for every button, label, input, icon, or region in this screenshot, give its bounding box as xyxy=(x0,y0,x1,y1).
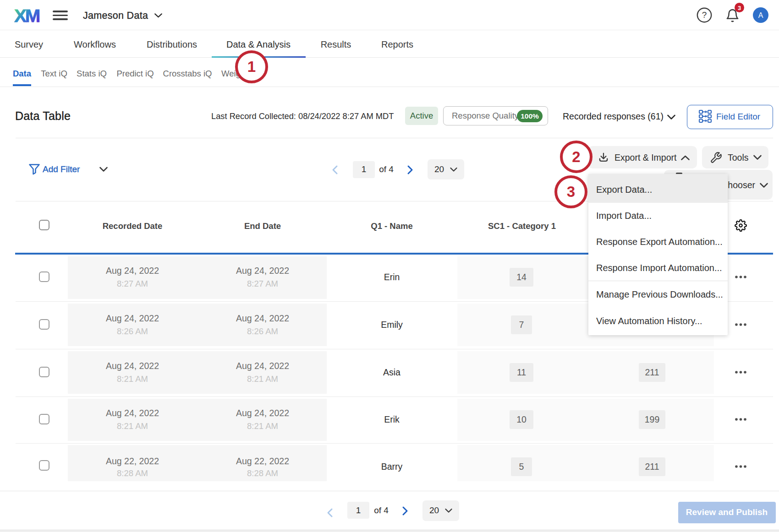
svg-text:XM: XM xyxy=(14,6,39,25)
